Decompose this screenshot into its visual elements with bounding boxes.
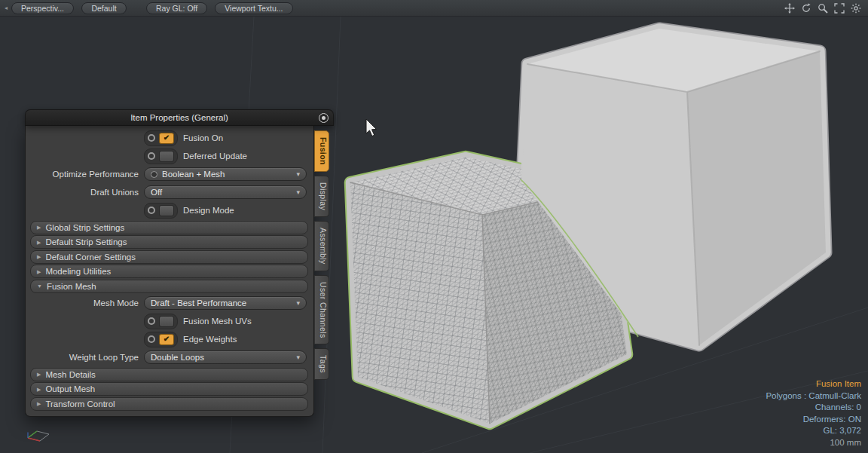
viewport-settings-gear-icon[interactable] [850,2,861,14]
dropdown-arrow-icon: ▾ [296,170,300,178]
draft-unions-dropdown[interactable]: Off ▾ [144,185,307,199]
weight-loop-type-label: Weight Loop Type [27,353,144,362]
fusion-on-label: Fusion On [183,133,223,142]
tab-tags[interactable]: Tags [314,348,329,380]
maximize-viewport-icon[interactable] [833,2,845,14]
tab-fusion[interactable]: Fusion [314,130,329,172]
channel-indicator-icon[interactable] [148,317,155,325]
edge-weights-checkbox[interactable]: ✔ [144,332,178,347]
collapsed-arrow-icon: ▶ [37,269,41,274]
item-properties-panel: Item Properties (General) ✔ Fusion On De… [25,109,334,417]
collapsed-arrow-icon: ▶ [37,372,41,377]
optimize-performance-row: Optimize Performance Boolean + Mesh ▾ [27,165,311,183]
checkmark-icon: ✔ [164,335,170,343]
target-icon[interactable] [319,113,329,123]
panel-title: Item Properties (General) [130,113,228,122]
fusion-mesh-uvs-label: Fusion Mesh UVs [183,317,252,326]
shading-style-button[interactable]: Default [81,2,127,14]
channel-indicator-icon[interactable] [148,335,155,343]
optimize-performance-dropdown[interactable]: Boolean + Mesh ▾ [144,167,307,181]
design-mode-row: Design Mode [27,201,311,219]
dropdown-arrow-icon: ▾ [296,188,300,196]
mesh-mode-value: Draft - Best Performance [151,298,293,308]
fusion-on-checkbox[interactable]: ✔ [144,130,178,146]
channel-indicator-icon[interactable] [148,134,155,142]
deferred-update-checkbox[interactable] [144,148,178,164]
mesh-mode-dropdown[interactable]: Draft - Best Performance ▾ [144,296,307,310]
deferred-update-label: Deferred Update [183,152,247,161]
design-mode-label: Design Mode [183,206,234,215]
tab-user-channels[interactable]: User Channels [314,275,329,345]
panel-title-bar[interactable]: Item Properties (General) [25,109,334,126]
section-transform-control[interactable]: ▶ Transform Control [30,397,308,411]
rotate-view-icon[interactable] [800,2,811,14]
viewport-texture-button[interactable]: Viewport Textu... [215,2,292,14]
section-fusion-mesh[interactable]: ▼ Fusion Mesh [30,280,308,293]
collapsed-arrow-icon: ▶ [37,254,41,259]
design-mode-checkbox[interactable] [144,203,178,219]
collapsed-arrow-icon: ▶ [37,240,41,245]
fusion-on-row: ✔ Fusion On [27,129,311,147]
toolbar-collapse-icon[interactable]: ◂ [5,5,8,11]
zoom-icon[interactable] [817,2,828,14]
dropdown-arrow-icon: ▾ [296,299,300,307]
fusion-mesh-uvs-checkbox[interactable] [144,314,178,329]
draft-unions-row: Draft Unions Off ▾ [27,183,311,201]
raygl-button[interactable]: Ray GL: Off [146,2,207,14]
collapsed-arrow-icon: ▶ [37,387,41,392]
section-modeling-utilities[interactable]: ▶ Modeling Utilities [30,265,308,278]
panel-tab-strip: Fusion Display Assembly User Channels Ta… [314,126,334,380]
mesh-mode-row: Mesh Mode Draft - Best Performance ▾ [27,294,311,312]
view-type-button[interactable]: Perspectiv... [11,2,74,14]
draft-unions-value: Off [151,188,293,197]
section-default-strip-settings[interactable]: ▶ Default Strip Settings [30,235,308,249]
optimize-performance-value: Boolean + Mesh [162,170,293,179]
expanded-arrow-icon: ▼ [37,283,42,289]
tab-assembly[interactable]: Assembly [314,221,329,271]
checkmark-icon: ✔ [164,134,170,142]
dropdown-arrow-icon: ▾ [296,354,300,361]
pan-icon[interactable] [784,2,795,14]
weight-loop-type-dropdown[interactable]: Double Loops ▾ [144,350,307,364]
weight-loop-type-row: Weight Loop Type Double Loops ▾ [27,348,311,366]
toolbar-icon-group [784,2,863,14]
section-output-mesh[interactable]: ▶ Output Mesh [30,382,308,396]
channel-indicator-icon[interactable] [148,152,155,160]
viewport-toolbar: ◂ Perspectiv... Default Ray GL: Off View… [0,0,868,17]
channel-indicator-icon[interactable] [148,207,155,214]
draft-unions-label: Draft Unions [27,188,144,197]
fusion-mesh-uvs-row: Fusion Mesh UVs [27,312,311,330]
section-global-strip-settings[interactable]: ▶ Global Strip Settings [30,221,308,234]
channel-indicator-icon [151,171,157,178]
weight-loop-type-value: Double Loops [151,353,293,362]
edge-weights-row: ✔ Edge Weights [27,330,311,348]
tab-display[interactable]: Display [314,176,329,217]
collapsed-arrow-icon: ▶ [37,401,41,406]
section-mesh-details[interactable]: ▶ Mesh Details [30,368,308,381]
optimize-performance-label: Optimize Performance [27,170,144,179]
edge-weights-label: Edge Weights [183,335,237,344]
deferred-update-row: Deferred Update [27,147,311,165]
panel-content: ✔ Fusion On Deferred Update Optimize Per… [25,126,314,417]
mesh-mode-label: Mesh Mode [27,298,144,308]
collapsed-arrow-icon: ▶ [37,225,41,230]
section-default-corner-settings[interactable]: ▶ Default Corner Settings [30,250,308,264]
